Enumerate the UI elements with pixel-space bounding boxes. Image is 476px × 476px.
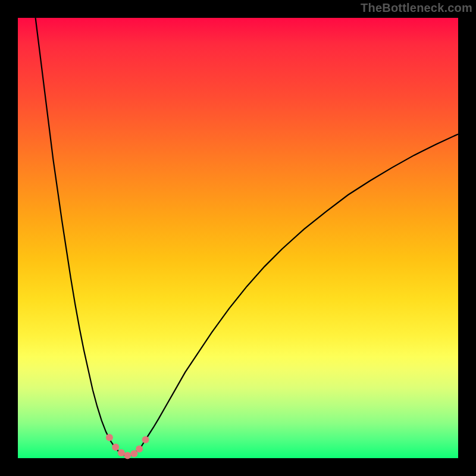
bottleneck-curve (36, 18, 458, 456)
chart-wrapper: TheBottleneck.com (0, 0, 476, 476)
curve-marker (136, 446, 143, 453)
curve-marker (118, 449, 125, 456)
curve-marker (112, 444, 119, 451)
curve-svg (18, 18, 458, 458)
curve-marker (130, 450, 137, 458)
plot-area (18, 18, 458, 458)
curve-marker (106, 434, 113, 441)
curve-marker (142, 436, 149, 443)
marker-group (106, 434, 149, 459)
curve-marker (124, 452, 131, 459)
watermark-text: TheBottleneck.com (361, 1, 472, 15)
